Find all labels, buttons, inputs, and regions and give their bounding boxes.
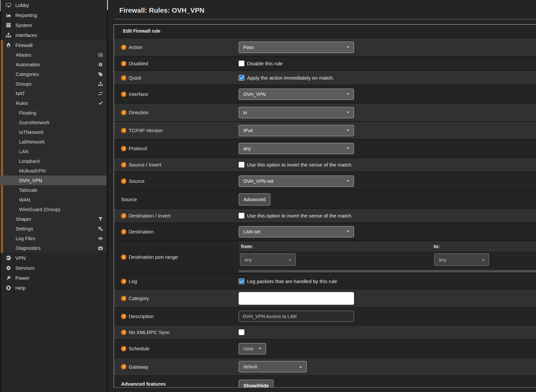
destination-invert-checkbox[interactable] bbox=[239, 213, 244, 218]
sidebar-item-tailscale[interactable]: Tailscale bbox=[0, 185, 107, 195]
sidebar-item-power[interactable]: Power bbox=[0, 273, 107, 283]
sidebar-item-wireguard-group[interactable]: WireGuard (Group) bbox=[0, 204, 107, 214]
sidebar-item-mullvadvpn[interactable]: MullvadVPN bbox=[0, 166, 107, 176]
sidebar-item-aliases[interactable]: Aliases bbox=[0, 50, 107, 60]
selected-value: IPv4 bbox=[243, 128, 253, 133]
info-icon[interactable] bbox=[121, 296, 126, 301]
protocol-select[interactable]: any bbox=[239, 143, 354, 154]
info-icon[interactable] bbox=[121, 110, 126, 115]
description-input[interactable] bbox=[239, 311, 354, 322]
direction-select[interactable]: in bbox=[239, 107, 354, 118]
sidebar-item-log-files[interactable]: Log Files bbox=[0, 233, 107, 243]
info-icon[interactable] bbox=[121, 128, 126, 133]
sidebar-item-labnetwork[interactable]: LabNetwork bbox=[0, 137, 107, 147]
source-select[interactable]: OVH_VPN net bbox=[239, 176, 354, 187]
sidebar-item-label: VPN bbox=[15, 255, 26, 261]
sidebar-item-groups[interactable]: Groups bbox=[0, 79, 107, 89]
row-control-cell: Pass bbox=[239, 38, 536, 56]
row-destination: DestinationLAN net bbox=[114, 223, 536, 241]
category-input[interactable] bbox=[239, 292, 354, 305]
row-interface: InterfaceOVH_VPN bbox=[114, 85, 536, 104]
source-invert-checkbox[interactable] bbox=[239, 162, 244, 168]
sidebar-item-settings[interactable]: Settings bbox=[0, 224, 107, 233]
sidebar-menu: LobbyReportingSystemInterfacesFirewallAl… bbox=[0, 0, 107, 293]
sidebar-item-rules[interactable]: Rules bbox=[0, 98, 107, 108]
sidebar-item-loopback[interactable]: Loopback bbox=[0, 156, 107, 166]
sidebar-item-nat[interactable]: NAT bbox=[0, 89, 107, 98]
tcpip-version-select[interactable]: IPv4 bbox=[239, 125, 354, 136]
sidebar-item-guestnetwork[interactable]: GuestNetwork bbox=[0, 118, 107, 127]
content-scrollbar-thumb[interactable] bbox=[107, 0, 108, 10]
info-icon[interactable] bbox=[121, 314, 126, 319]
info-icon[interactable] bbox=[121, 45, 126, 50]
sidebar-item-ovh-vpn[interactable]: OVH_VPN bbox=[0, 176, 107, 185]
port-from-select[interactable]: any bbox=[240, 253, 296, 266]
sidebar-item-floating[interactable]: Floating bbox=[0, 108, 107, 118]
advanced-features-button[interactable]: Show/Hide bbox=[239, 380, 274, 388]
info-icon[interactable] bbox=[121, 229, 126, 234]
row-label-cell: Source / Invert bbox=[114, 158, 239, 172]
info-icon[interactable] bbox=[121, 162, 126, 168]
log-checkbox[interactable] bbox=[239, 278, 244, 284]
info-icon[interactable] bbox=[121, 75, 126, 81]
button-label: Advanced bbox=[243, 196, 266, 202]
schedule-select[interactable]: none bbox=[239, 343, 266, 354]
row-tcpip-version: TCP/IP VersionIPv4 bbox=[114, 122, 536, 140]
row-label-cell: TCP/IP Version bbox=[114, 122, 239, 139]
sidebar-item-services[interactable]: Services bbox=[0, 263, 107, 273]
row-label-cell: Log bbox=[114, 274, 239, 289]
sidebar-item-label: Lobby bbox=[15, 2, 29, 8]
sidebar-item-reporting[interactable]: Reporting bbox=[0, 10, 107, 20]
info-icon[interactable] bbox=[121, 330, 126, 335]
gateway-select[interactable]: default bbox=[239, 361, 307, 372]
sidebar-item-firewall[interactable]: Firewall bbox=[0, 40, 107, 50]
sidebar-item-lan[interactable]: LAN bbox=[0, 147, 107, 156]
interface-select[interactable]: OVH_VPN bbox=[239, 89, 354, 100]
sidebar-item-wan[interactable]: WAN bbox=[0, 195, 107, 204]
row-control-cell: any bbox=[239, 140, 536, 157]
sidebar-item-categories[interactable]: Categories bbox=[0, 69, 107, 79]
sidebar-item-automation[interactable]: Automation bbox=[0, 60, 107, 69]
sidebar-item-diagnostics[interactable]: Diagnostics bbox=[0, 243, 107, 253]
horizontal-scrollbar[interactable] bbox=[239, 270, 536, 272]
content-scrollbar-track[interactable] bbox=[107, 0, 108, 392]
button-label: Show/Hide bbox=[243, 383, 269, 388]
info-icon[interactable] bbox=[121, 92, 126, 97]
info-icon[interactable] bbox=[121, 346, 126, 351]
row-control-cell: Show/Hide bbox=[239, 376, 536, 388]
action-select[interactable]: Pass bbox=[239, 42, 354, 53]
info-icon[interactable] bbox=[121, 364, 126, 369]
row-source: SourceOVH_VPN net bbox=[114, 172, 536, 191]
field-label: Protocol bbox=[129, 146, 147, 151]
no-xmlrpc-sync-checkbox[interactable] bbox=[239, 329, 244, 335]
port-to-select[interactable]: any bbox=[434, 253, 489, 266]
info-icon[interactable] bbox=[121, 279, 126, 284]
sidebar-item-shaper[interactable]: Shaper bbox=[0, 214, 107, 224]
destination-select[interactable]: LAN net bbox=[239, 226, 354, 237]
info-icon[interactable] bbox=[121, 254, 126, 260]
source-advanced-button[interactable]: Advanced bbox=[239, 194, 270, 205]
sidebar-scrollbar-thumb[interactable] bbox=[0, 0, 1, 11]
sidebar-item-help[interactable]: Help bbox=[0, 283, 107, 293]
checkbox-label: Use this option to invert the sense of t… bbox=[247, 213, 353, 218]
row-control-cell: OVH_VPN bbox=[239, 85, 536, 103]
info-icon[interactable] bbox=[121, 179, 126, 184]
caret-down-icon bbox=[347, 180, 349, 182]
sidebar-item-interfaces[interactable]: Interfaces bbox=[0, 30, 107, 40]
form-rows: ActionPassDisabledDisable this ruleQuick… bbox=[114, 38, 536, 388]
row-advanced-features: Advanced featuresShow/Hide bbox=[114, 376, 536, 388]
sidebar-item-iotnetwork[interactable]: IoTNetwork bbox=[0, 127, 107, 137]
gears-icon bbox=[98, 226, 103, 231]
info-icon[interactable] bbox=[121, 146, 126, 151]
info-icon[interactable] bbox=[121, 61, 126, 66]
port-range-table: from:to:anyany bbox=[239, 241, 536, 272]
quick-checkbox[interactable] bbox=[239, 75, 244, 81]
sidebar-item-lobby[interactable]: Lobby bbox=[0, 0, 107, 10]
sidebar-item-system[interactable]: System bbox=[0, 20, 107, 30]
disabled-checkbox[interactable] bbox=[239, 61, 244, 66]
sidebar-item-vpn[interactable]: VPN bbox=[0, 253, 107, 263]
selected-value: default bbox=[243, 364, 257, 369]
info-icon[interactable] bbox=[121, 213, 126, 218]
fire-icon bbox=[6, 42, 11, 48]
list-alt-icon bbox=[98, 52, 103, 57]
